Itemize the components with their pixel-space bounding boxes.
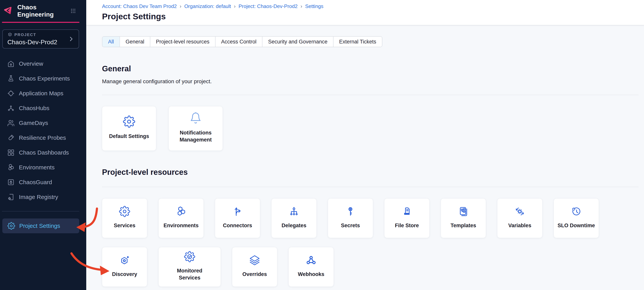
file-store-icon <box>401 206 412 217</box>
breadcrumb-separator: › <box>234 3 236 9</box>
card-overrides[interactable]: Overrides <box>232 247 277 287</box>
page-title: Project Settings <box>102 12 644 21</box>
card-label: Templates <box>450 222 476 229</box>
sidebar-item-image-registry[interactable]: Image Registry <box>0 190 86 204</box>
card-label: Notifications Management <box>173 129 218 143</box>
resources-cards-row-1: Services Environments Connectors Delegat… <box>102 198 644 238</box>
templates-icon <box>458 206 469 217</box>
page-header: Account: Chaos Dev Team Prod2 › Organiza… <box>86 0 644 25</box>
hexagons-icon <box>7 163 15 171</box>
users-icon <box>7 119 15 127</box>
discovery-hexagon-icon <box>119 254 130 266</box>
sidebar-item-environments[interactable]: Environments <box>0 160 86 175</box>
tab-general[interactable]: General <box>120 37 150 47</box>
lock-icon <box>7 178 15 186</box>
card-delegates[interactable]: Delegates <box>272 198 316 238</box>
resources-cards-row-2: Discovery Monitored Services Overrides W… <box>102 247 644 287</box>
clock-downtime-icon <box>570 206 582 217</box>
key-icon <box>345 206 356 217</box>
project-name: Chaos-Dev-Prod2 <box>8 39 57 46</box>
sidebar-item-chaosguard[interactable]: ChaosGuard <box>0 175 86 190</box>
breadcrumb-separator: › <box>300 3 302 9</box>
card-notifications-management[interactable]: Notifications Management <box>168 106 223 151</box>
card-webhooks[interactable]: Webhooks <box>288 247 334 287</box>
sidebar-item-label: ChaosGuard <box>19 179 52 186</box>
card-label: Delegates <box>282 222 306 229</box>
gear-check-icon <box>184 251 195 262</box>
sidebar-item-label: Overview <box>19 60 43 67</box>
bell-icon <box>190 112 202 124</box>
card-slo-downtime[interactable]: SLO Downtime <box>554 198 599 238</box>
card-default-settings[interactable]: Default Settings <box>102 106 156 151</box>
gear-icon <box>8 222 15 230</box>
breadcrumb: Account: Chaos Dev Team Prod2 › Organiza… <box>102 0 644 9</box>
card-templates[interactable]: Templates <box>441 198 486 238</box>
sidebar-item-application-maps[interactable]: Application Maps <box>0 86 86 101</box>
card-label: Monitored Services <box>170 267 210 281</box>
gear-sync-icon <box>514 206 526 217</box>
home-icon <box>7 60 15 68</box>
card-secrets[interactable]: Secrets <box>328 198 373 238</box>
tab-all[interactable]: All <box>102 37 120 47</box>
sidebar-divider <box>2 211 79 211</box>
flask-icon <box>7 75 15 82</box>
chevron-right-icon <box>68 36 74 42</box>
breadcrumb-settings[interactable]: Settings <box>305 3 323 9</box>
sidebar-item-label: Application Maps <box>19 90 63 97</box>
section-title-project-level-resources: Project-level resources <box>102 168 644 177</box>
card-label: Environments <box>164 222 198 229</box>
sidebar-item-label: Resilience Probes <box>19 134 66 141</box>
sidebar-item-chaos-experiments[interactable]: Chaos Experiments <box>0 71 86 86</box>
sidebar-item-chaos-dashboards[interactable]: Chaos Dashboards <box>0 145 86 160</box>
project-selector[interactable]: PROJECT Chaos-Dev-Prod2 <box>2 30 79 49</box>
branch-arrows-icon <box>232 206 243 217</box>
probe-icon <box>7 134 15 142</box>
hub-icon <box>7 104 15 112</box>
tab-project-level-resources[interactable]: Project-level resources <box>150 37 216 47</box>
card-label: SLO Downtime <box>558 222 595 229</box>
project-selector-label: PROJECT <box>14 33 36 37</box>
hexagons-icon <box>176 206 187 217</box>
sidebar-item-label: Chaos Experiments <box>19 75 70 82</box>
card-label: Connectors <box>223 222 252 229</box>
main-area: Account: Chaos Dev Team Prod2 › Organiza… <box>86 0 644 290</box>
registry-icon <box>7 193 15 201</box>
card-label: Webhooks <box>298 271 324 278</box>
sidebar-item-project-settings[interactable]: Project Settings <box>2 218 79 233</box>
breadcrumb-account[interactable]: Account: Chaos Dev Team Prod2 <box>102 3 177 9</box>
card-monitored-services[interactable]: Monitored Services <box>158 247 221 287</box>
org-tree-icon <box>288 206 300 217</box>
card-label: Overrides <box>242 271 267 278</box>
sidebar-item-label: Chaos Dashboards <box>19 149 69 156</box>
sidebar-item-resilience-probes[interactable]: Resilience Probes <box>0 130 86 145</box>
sidebar-header: Chaos Engineering <box>0 0 86 22</box>
sidebar: Chaos Engineering PROJECT Chaos-Dev-Prod… <box>0 0 86 290</box>
layers-icon <box>249 254 260 266</box>
module-grid-icon[interactable] <box>70 8 76 14</box>
tab-security-and-governance[interactable]: Security and Governance <box>262 37 334 47</box>
breadcrumb-project[interactable]: Project: Chaos-Dev-Prod2 <box>238 3 298 9</box>
card-variables[interactable]: Variables <box>497 198 542 238</box>
sidebar-item-label: Environments <box>19 164 54 171</box>
tab-access-control[interactable]: Access Control <box>216 37 262 47</box>
sidebar-item-label: Image Registry <box>19 194 58 200</box>
card-file-store[interactable]: File Store <box>384 198 430 238</box>
dashboard-icon <box>7 149 15 156</box>
general-cards-row: Default Settings Notifications Managemen… <box>102 106 644 151</box>
breadcrumb-organization[interactable]: Organization: default <box>184 3 231 9</box>
card-discovery[interactable]: Discovery <box>102 247 147 287</box>
app-title: Chaos Engineering <box>17 4 70 18</box>
breadcrumb-separator: › <box>180 3 182 9</box>
settings-tab-bar: All General Project-level resources Acce… <box>102 36 382 47</box>
sidebar-item-gamedays[interactable]: GameDays <box>0 116 86 130</box>
card-services[interactable]: Services <box>102 198 147 238</box>
sidebar-item-overview[interactable]: Overview <box>0 56 86 71</box>
section-title-general: General <box>102 64 644 73</box>
accent-line <box>2 22 80 23</box>
gear-icon <box>119 206 130 217</box>
chaos-engineering-app: Chaos Engineering PROJECT Chaos-Dev-Prod… <box>0 0 644 290</box>
tab-external-tickets[interactable]: External Tickets <box>334 37 382 47</box>
sidebar-item-chaoshubs[interactable]: ChaosHubs <box>0 101 86 116</box>
card-environments[interactable]: Environments <box>158 198 204 238</box>
card-connectors[interactable]: Connectors <box>215 198 260 238</box>
